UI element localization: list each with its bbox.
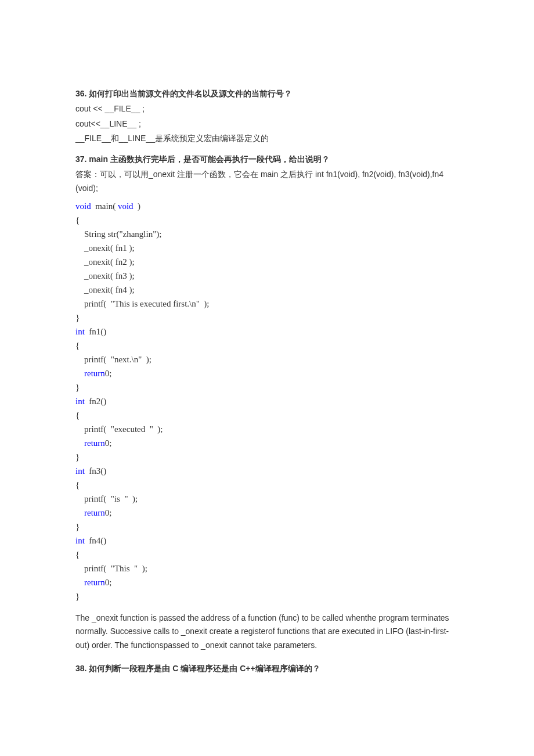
q37-answer: 答案：可以，可以用_onexit 注册一个函数，它会在 main 之后执行 in…	[75, 168, 459, 196]
code-t1d: )	[134, 201, 141, 211]
code-t20b: fn3()	[85, 466, 107, 476]
code-l3: String str("zhanglin");	[75, 229, 161, 239]
code-l14: }	[75, 383, 80, 392]
code-t18a	[75, 438, 84, 448]
code-l8: printf( "This is executed first.\n" );	[75, 299, 210, 308]
code-t15b: fn2()	[85, 397, 107, 406]
code-t1b: main(	[91, 201, 118, 211]
code-l21: {	[75, 480, 80, 489]
q38-number: 38.	[75, 664, 86, 673]
code-kw-return4: return	[84, 578, 105, 587]
code-t23c: 0;	[105, 508, 112, 517]
code-t10b: fn1()	[85, 327, 107, 336]
code-kw-int2: int	[75, 397, 85, 406]
q36-line3: __FILE__和__LINE__是系统预定义宏由编译器定义的	[75, 132, 459, 146]
code-l24: }	[75, 522, 80, 531]
code-l6: _onexit( fn3 );	[75, 271, 135, 280]
code-t23a	[75, 508, 84, 517]
code-t25b: fn4()	[85, 536, 107, 545]
code-t13a	[75, 369, 84, 378]
q36-heading: 36. 如何打印出当前源文件的文件名以及源文件的当前行号？	[75, 87, 459, 101]
code-l22: printf( "is " );	[75, 494, 138, 503]
code-l5: _onexit( fn2 );	[75, 257, 135, 267]
code-kw-int4: int	[75, 536, 85, 545]
code-l4: _onexit( fn1 );	[75, 243, 135, 253]
code-l27: printf( "This " );	[75, 564, 147, 573]
code-l29: }	[75, 592, 80, 601]
q38-heading: 38. 如何判断一段程序是由 C 编译程序还是由 C++编译程序编译的？	[75, 662, 459, 676]
code-l7: _onexit( fn4 );	[75, 285, 135, 294]
q37-number: 37. main	[75, 154, 108, 164]
q36-line1: cout << __FILE__ ;	[75, 102, 459, 116]
code-kw-return1: return	[84, 369, 105, 378]
code-l9: }	[75, 313, 80, 322]
code-kw-return3: return	[84, 508, 105, 517]
code-l26: {	[75, 550, 80, 559]
code-l12: printf( "next.\n" );	[75, 355, 151, 364]
q37-title-text: 主函数执行完毕后，是否可能会再执行一段代码，给出说明？	[110, 154, 330, 164]
code-kw-return2: return	[84, 438, 105, 448]
code-l11: {	[75, 341, 80, 350]
code-l17: printf( "executed " );	[75, 424, 163, 434]
q36-number: 36.	[75, 89, 86, 98]
onexit-explain: The _onexit function is passed the addre…	[75, 611, 459, 653]
code-kw-void2: void	[118, 201, 134, 211]
code-l19: }	[75, 452, 80, 462]
code-t18c: 0;	[105, 438, 112, 448]
code-l16: {	[75, 411, 80, 420]
code-block: void main( void ) { String str("zhanglin…	[75, 199, 459, 603]
q37-heading: 37. main 主函数执行完毕后，是否可能会再执行一段代码，给出说明？	[75, 153, 459, 167]
code-kw-int1: int	[75, 327, 85, 336]
document-page: 36. 如何打印出当前源文件的文件名以及源文件的当前行号？ cout << __…	[0, 0, 534, 756]
q38-title-text: 如何判断一段程序是由 C 编译程序还是由 C++编译程序编译的？	[89, 664, 320, 673]
code-t28a	[75, 578, 84, 587]
q36-title-text: 如何打印出当前源文件的文件名以及源文件的当前行号？	[89, 89, 292, 98]
code-l2: {	[75, 215, 80, 225]
q36-line2: cout<<__LINE__ ;	[75, 117, 459, 131]
code-t28c: 0;	[105, 578, 112, 587]
code-kw-int3: int	[75, 466, 85, 476]
code-kw-void1: void	[75, 201, 91, 211]
code-t13c: 0;	[105, 369, 112, 378]
